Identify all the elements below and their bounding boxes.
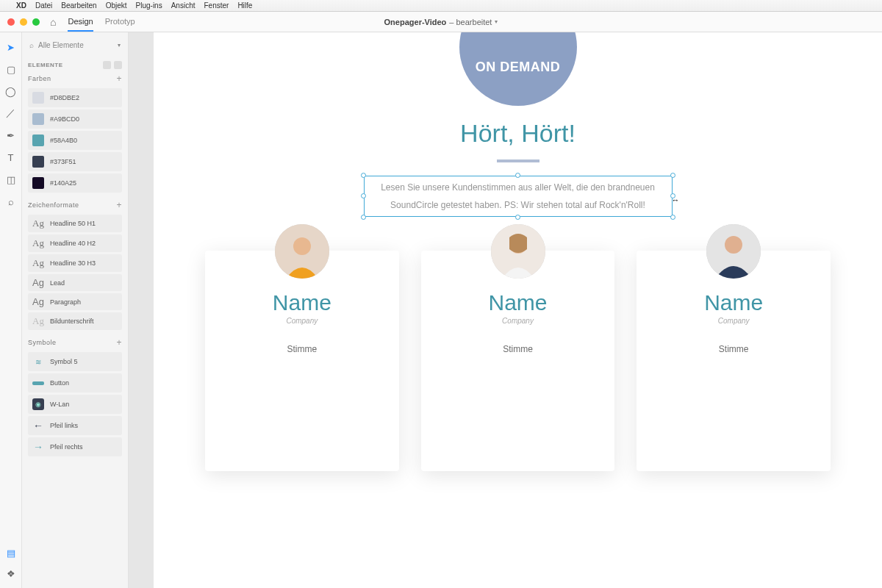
color-swatch-row[interactable]: #D8DBE2	[28, 88, 122, 107]
color-label: #D8DBE2	[50, 94, 79, 101]
resize-cursor-icon: ↔	[672, 192, 680, 208]
card-voice: Stimme	[436, 344, 600, 354]
symbol-row[interactable]: Button	[28, 373, 122, 392]
window-topbar: ⌂ Design Prototyp Onepager-Video – bearb…	[0, 12, 882, 32]
color-label: #58A4B0	[50, 137, 77, 144]
window-controls	[0, 18, 40, 26]
wifi-icon: ◉	[32, 398, 44, 410]
add-charstyle-button[interactable]: +	[116, 200, 122, 210]
document-title[interactable]: Onepager-Video – bearbeitet ▾	[384, 18, 498, 26]
card-voice: Stimme	[220, 344, 384, 354]
swatch-icon	[32, 156, 44, 168]
color-swatch-row[interactable]: #373F51	[28, 152, 122, 171]
swatch-icon	[32, 135, 44, 146]
charstyles-label: Zeichenformate	[28, 201, 79, 209]
artboard-tool-icon[interactable]: ◫	[5, 173, 17, 185]
swatch-icon	[32, 177, 44, 189]
menu-bearbeiten[interactable]: Bearbeiten	[61, 1, 96, 10]
card-name: Name	[436, 290, 600, 315]
selection-handle[interactable]	[361, 193, 366, 198]
text-tool-icon[interactable]: T	[5, 151, 17, 163]
color-label: #A9BCD0	[50, 115, 79, 123]
menu-datei[interactable]: Datei	[35, 1, 52, 10]
section-title[interactable]: Hört, Hört!	[154, 119, 882, 148]
selection-handle[interactable]	[670, 173, 675, 178]
svg-point-5	[725, 236, 742, 254]
pen-tool-icon[interactable]: ✒	[5, 129, 17, 141]
charstyle-row[interactable]: AgHeadline 40 H2	[28, 234, 122, 252]
assets-panel-icon[interactable]: ▤	[5, 547, 17, 559]
testimonial-card[interactable]: Name Company Stimme	[421, 251, 615, 471]
maximize-icon[interactable]	[32, 18, 40, 26]
symbol-row[interactable]: →Pfeil rechts	[28, 437, 122, 456]
charstyle-row[interactable]: AgBildunterschrift	[28, 312, 122, 330]
file-state: – bearbeitet	[449, 18, 492, 26]
symbol-row[interactable]: ≋Symbol 5	[28, 352, 122, 371]
elements-label: ELEMENTE	[28, 62, 63, 68]
app-name[interactable]: XD	[16, 1, 26, 10]
rectangle-tool-icon[interactable]: ▢	[5, 63, 17, 75]
home-icon[interactable]: ⌂	[50, 16, 56, 28]
card-company: Company	[651, 317, 816, 325]
selection-handle[interactable]	[515, 173, 520, 178]
search-label: Alle Elemente	[38, 41, 84, 49]
color-swatch-row[interactable]: #58A4B0	[28, 131, 122, 150]
card-name: Name	[651, 290, 816, 315]
swatch-icon	[32, 92, 44, 104]
avatar	[275, 224, 329, 279]
svg-point-1	[293, 237, 311, 255]
menu-fenster[interactable]: Fenster	[204, 1, 229, 10]
color-swatch-row[interactable]: #A9BCD0	[28, 110, 122, 129]
layers-panel-icon[interactable]: ❖	[5, 567, 17, 579]
close-icon[interactable]	[7, 18, 15, 26]
ellipse-tool-icon[interactable]: ◯	[5, 85, 17, 97]
hero-badge[interactable]: ON DEMAND	[459, 32, 577, 106]
type-preview-icon: Ag	[32, 315, 44, 327]
color-label: #140A25	[50, 179, 76, 187]
add-color-button[interactable]: +	[116, 74, 122, 84]
artboard[interactable]: ON DEMAND Hört, Hört! Lesen Sie unsere K…	[154, 32, 882, 588]
menu-objekt[interactable]: Objekt	[106, 1, 127, 10]
swatch-icon	[32, 113, 44, 125]
symbol-row[interactable]: ←Pfeil links	[28, 416, 122, 435]
symbol-row[interactable]: ◉W-Lan	[28, 395, 122, 414]
menu-plugins[interactable]: Plug-ins	[136, 1, 162, 10]
selection-handle[interactable]	[361, 173, 366, 178]
card-voice: Stimme	[651, 344, 816, 354]
charstyle-row[interactable]: AgHeadline 50 H1	[28, 215, 122, 232]
line-tool-icon[interactable]: ／	[5, 107, 17, 119]
tab-design[interactable]: Design	[68, 12, 93, 32]
assets-search[interactable]: ⌕ Alle Elemente ▾	[28, 38, 122, 57]
charstyle-row[interactable]: AgHeadline 30 H3	[28, 254, 122, 272]
badge-text: ON DEMAND	[476, 60, 561, 75]
assets-panel: ⌕ Alle Elemente ▾ ELEMENTE Farben + #D8D…	[22, 32, 129, 588]
charstyles-header: Zeichenformate +	[28, 200, 122, 210]
menu-ansicht[interactable]: Ansicht	[171, 1, 196, 10]
selected-text-element[interactable]: Lesen Sie unsere Kundenstimmen aus aller…	[364, 176, 673, 217]
zoom-tool-icon[interactable]: ⌕	[5, 196, 17, 207]
card-name: Name	[220, 290, 384, 315]
select-tool-icon[interactable]: ➤	[5, 41, 17, 53]
menu-hilfe[interactable]: Hilfe	[237, 1, 252, 10]
color-swatch-row[interactable]: #140A25	[28, 173, 122, 193]
arrow-right-icon: →	[32, 441, 44, 453]
selection-handle[interactable]	[361, 215, 366, 220]
tab-prototype[interactable]: Prototyp	[105, 12, 135, 32]
canvas[interactable]: ON DEMAND Hört, Hört! Lesen Sie unsere K…	[129, 32, 882, 588]
testimonial-card[interactable]: Name Company Stimme	[205, 251, 399, 471]
minimize-icon[interactable]	[20, 18, 27, 26]
mode-tabs: Design Prototyp	[68, 12, 135, 32]
selection-handle[interactable]	[515, 215, 520, 220]
charstyle-row[interactable]: AgLead	[28, 274, 122, 291]
symbols-header: Symbole +	[28, 337, 122, 348]
testimonial-card[interactable]: Name Company Stimme	[637, 251, 831, 471]
color-label: #373F51	[50, 158, 76, 165]
add-symbol-button[interactable]: +	[116, 337, 122, 348]
testimonial-cards: Name Company Stimme Name Company Stimme	[154, 217, 882, 471]
charstyle-row[interactable]: AgParagraph	[28, 293, 122, 310]
view-toggle[interactable]	[103, 61, 122, 69]
arrow-left-icon: ←	[32, 420, 44, 431]
selection-handle[interactable]	[670, 215, 675, 220]
type-preview-icon: Ag	[32, 277, 44, 288]
type-preview-icon: Ag	[32, 237, 44, 249]
